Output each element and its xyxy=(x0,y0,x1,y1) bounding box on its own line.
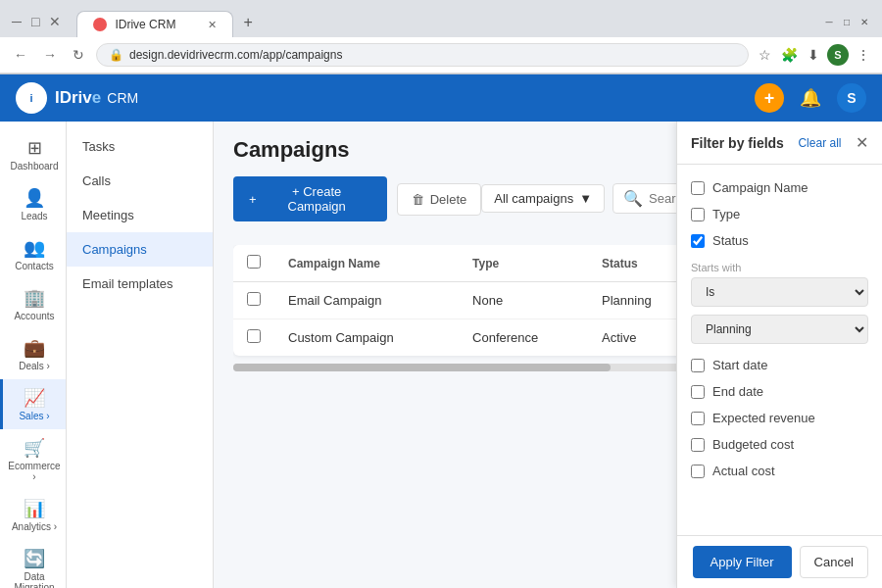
col-header-name: Campaign Name xyxy=(274,245,459,282)
active-tab[interactable]: IDrive CRM ✕ xyxy=(76,11,233,37)
sales-icon: 📈 xyxy=(24,387,45,409)
filter-panel-footer: Apply Filter Cancel xyxy=(677,535,882,588)
sidebar-item-dashboard[interactable]: ⊞ Dashboard xyxy=(0,129,66,179)
filter-field-checkbox[interactable] xyxy=(691,465,705,478)
row-checkbox[interactable] xyxy=(247,329,261,343)
tab-favicon xyxy=(93,18,107,31)
filter-panel: Filter by fields Clear all ✕ Campaign Na… xyxy=(676,122,882,588)
create-campaign-btn[interactable]: + + Create Campaign xyxy=(233,176,387,221)
filter-value-select[interactable]: Planning Active Completed Cancelled xyxy=(691,315,868,344)
sidebar: ⊞ Dashboard 👤 Leads 👥 Contacts 🏢 Account… xyxy=(0,122,67,588)
logo-icon: i xyxy=(16,82,47,114)
data-migration-icon: 🔄 xyxy=(24,548,45,569)
filter-panel-body: Campaign NameTypeStatus Starts with Is I… xyxy=(677,165,882,535)
menu-btn[interactable]: ⋮ xyxy=(855,45,872,65)
filter-field-checkbox[interactable] xyxy=(691,412,705,425)
forward-btn[interactable]: → xyxy=(39,45,61,65)
profile-avatar[interactable]: S xyxy=(827,44,849,66)
row-checkbox[interactable] xyxy=(247,292,261,306)
filter-field-checkbox[interactable] xyxy=(691,438,705,452)
nav-item-meetings[interactable]: Meetings xyxy=(67,198,213,232)
secondary-nav: Tasks Calls Meetings Campaigns Email tem… xyxy=(67,122,214,588)
filter-clear-all-btn[interactable]: Clear all xyxy=(798,136,841,150)
sidebar-label-accounts: Accounts xyxy=(14,311,54,321)
sidebar-item-sales[interactable]: 📈 Sales › xyxy=(0,379,66,429)
download-btn[interactable]: ⬇ xyxy=(806,45,821,65)
url-text: design.devidrivecrm.com/app/campaigns xyxy=(129,48,736,62)
new-tab-btn[interactable]: + xyxy=(233,8,262,37)
filter-condition-select[interactable]: Is Is not Contains Starts with xyxy=(691,277,868,307)
delete-label: Delete xyxy=(430,192,467,207)
sidebar-label-ecommerce: Ecommerce › xyxy=(7,461,62,482)
sidebar-item-accounts[interactable]: 🏢 Accounts xyxy=(0,279,66,329)
row-type: None xyxy=(459,282,588,319)
window-restore[interactable]: □ xyxy=(841,16,853,27)
dropdown-arrow-icon: ▼ xyxy=(579,191,592,206)
sidebar-label-sales: Sales › xyxy=(19,411,49,421)
delete-btn[interactable]: 🗑 Delete xyxy=(397,183,482,216)
nav-item-calls[interactable]: Calls xyxy=(67,164,213,198)
filter-subtitle: Starts with xyxy=(691,262,868,273)
filter-field-label: Actual cost xyxy=(712,464,775,478)
filter-condition-section: Starts with Is Is not Contains Starts wi… xyxy=(691,262,868,352)
tab-close-btn[interactable]: ✕ xyxy=(208,19,217,31)
topbar-add-btn[interactable]: + xyxy=(755,83,784,113)
minimize-btn[interactable]: ─ xyxy=(8,12,25,31)
filter-field-item: Campaign Name xyxy=(691,174,868,201)
row-name: Custom Campaign xyxy=(274,319,459,357)
toolbar: + + Create Campaign 🗑 Delete xyxy=(233,176,481,221)
app-topbar: i IDrive CRM + 🔔 S xyxy=(0,74,882,122)
filter-field-label: Campaign Name xyxy=(712,180,808,195)
sidebar-item-analytics[interactable]: 📊 Analytics › xyxy=(0,490,66,540)
back-btn[interactable]: ← xyxy=(10,45,31,65)
delete-icon: 🗑 xyxy=(412,192,424,207)
maximize-btn[interactable]: □ xyxy=(27,12,43,31)
leads-icon: 👤 xyxy=(24,187,45,209)
address-bar[interactable]: 🔒 design.devidrivecrm.com/app/campaigns xyxy=(96,43,749,67)
nav-item-email-templates[interactable]: Email templates xyxy=(67,267,213,301)
filter-field-label: Budgeted cost xyxy=(712,437,794,452)
close-btn[interactable]: ✕ xyxy=(45,12,65,31)
bookmarks-btn[interactable]: ☆ xyxy=(757,45,773,65)
ecommerce-icon: 🛒 xyxy=(24,437,45,459)
campaigns-dropdown-label: All campaigns xyxy=(494,191,573,206)
filter-field-item: Actual cost xyxy=(691,458,868,484)
filter-close-btn[interactable]: ✕ xyxy=(856,133,868,152)
filter-field-label: Status xyxy=(712,233,749,248)
tab-title: IDrive CRM xyxy=(115,18,175,31)
filter-field-checkbox[interactable] xyxy=(691,208,705,221)
sidebar-item-leads[interactable]: 👤 Leads xyxy=(0,179,66,229)
sidebar-item-ecommerce[interactable]: 🛒 Ecommerce › xyxy=(0,429,66,490)
refresh-btn[interactable]: ↻ xyxy=(69,45,88,65)
topbar-avatar[interactable]: S xyxy=(837,83,866,113)
row-type: Conference xyxy=(459,319,588,357)
create-plus-icon: + xyxy=(249,192,257,207)
filter-field-label: Expected revenue xyxy=(712,411,815,425)
col-header-type: Type xyxy=(459,245,588,282)
nav-item-campaigns[interactable]: Campaigns xyxy=(67,232,213,267)
filter-field-checkbox[interactable] xyxy=(691,385,705,399)
sidebar-item-contacts[interactable]: 👥 Contacts xyxy=(0,229,66,279)
filter-field-label: End date xyxy=(712,384,763,399)
sidebar-label-analytics: Analytics › xyxy=(12,521,57,532)
row-name: Email Campaign xyxy=(274,282,459,319)
apply-filter-btn[interactable]: Apply Filter xyxy=(693,546,792,578)
sidebar-item-deals[interactable]: 💼 Deals › xyxy=(0,329,66,379)
sidebar-item-data-migration[interactable]: 🔄 Data Migration xyxy=(0,540,66,588)
filter-field-checkbox[interactable] xyxy=(691,359,705,372)
cancel-filter-btn[interactable]: Cancel xyxy=(800,546,868,578)
filter-field-checkbox[interactable] xyxy=(691,234,705,248)
campaigns-dropdown[interactable]: All campaigns ▼ xyxy=(481,184,605,213)
filter-field-checkbox[interactable] xyxy=(691,181,705,195)
accounts-icon: 🏢 xyxy=(24,287,45,309)
nav-item-tasks[interactable]: Tasks xyxy=(67,129,213,164)
filter-panel-title: Filter by fields xyxy=(691,135,784,151)
window-minimize[interactable]: ─ xyxy=(823,16,835,27)
sidebar-label-dashboard: Dashboard xyxy=(11,161,59,172)
extensions-btn[interactable]: 🧩 xyxy=(779,45,800,65)
filter-field-item: Start date xyxy=(691,352,868,378)
window-close[interactable]: ✕ xyxy=(858,16,870,27)
select-all-checkbox[interactable] xyxy=(247,255,261,269)
topbar-bell-btn[interactable]: 🔔 xyxy=(796,83,825,113)
filter-field-item: Type xyxy=(691,201,868,227)
